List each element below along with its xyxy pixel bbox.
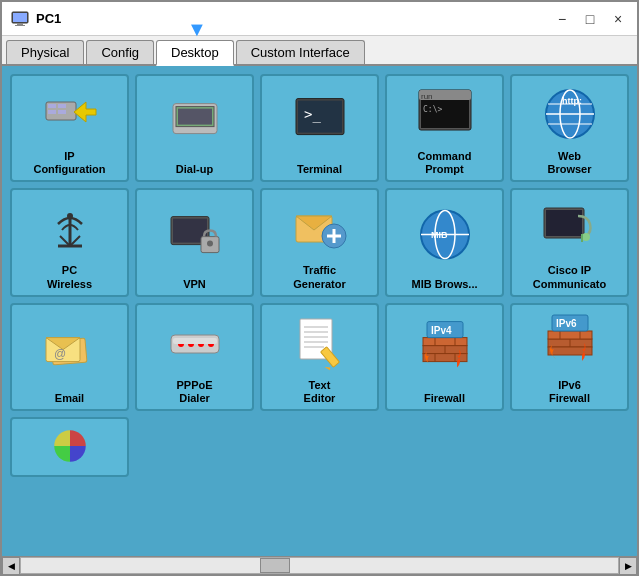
svg-rect-78 [548, 331, 592, 339]
traffic-generator-label: TrafficGenerator [293, 264, 346, 290]
svg-rect-5 [48, 104, 56, 108]
firewall-label: Firewall [424, 392, 465, 405]
icon-traffic-generator[interactable]: TrafficGenerator [260, 188, 379, 296]
titlebar-controls: − □ × [551, 8, 629, 30]
svg-text:IPv6: IPv6 [556, 318, 577, 329]
horizontal-scrollbar[interactable]: ◀ ▶ [2, 556, 637, 574]
ipv6-firewall-label: IPv6Firewall [549, 379, 590, 405]
svg-marker-66 [324, 364, 331, 371]
icon-cisco-ip-comm[interactable]: Cisco IPCommunicato [510, 188, 629, 296]
web-browser-icon: http: [538, 82, 602, 146]
tab-custom-interface[interactable]: Custom Interface [236, 40, 365, 64]
svg-point-47 [582, 233, 590, 241]
icon-text-editor[interactable]: TextEditor [260, 303, 379, 411]
svg-text:IPv4: IPv4 [431, 324, 452, 335]
ip-config-label: IPConfiguration [33, 150, 105, 176]
dialup-label: Dial-up [176, 163, 213, 176]
pppoe-dialer-icon [163, 311, 227, 375]
titlebar-left: PC1 [10, 9, 61, 29]
maximize-button[interactable]: □ [579, 8, 601, 30]
ip-config-icon [38, 82, 102, 146]
svg-rect-46 [546, 210, 582, 236]
mib-browser-icon: MIB [413, 196, 477, 273]
scroll-right-button[interactable]: ▶ [619, 557, 637, 575]
email-label: Email [55, 392, 84, 405]
mib-browser-label: MIB Brows... [411, 278, 477, 291]
tab-physical[interactable]: Physical [6, 40, 84, 64]
svg-rect-3 [15, 25, 25, 26]
vpn-icon [163, 196, 227, 273]
firewall-icon: IPv4 [413, 311, 477, 388]
cisco-ip-comm-label: Cisco IPCommunicato [533, 264, 606, 290]
svg-point-35 [207, 241, 213, 247]
icon-ip-configuration[interactable]: IPConfiguration [10, 74, 129, 182]
scroll-left-button[interactable]: ◀ [2, 557, 20, 575]
tab-area-wrapper: ▼ Physical Config Desktop Custom Interfa… [2, 36, 637, 66]
titlebar: PC1 − □ × [2, 2, 637, 36]
pppoe-dialer-label: PPPoEDialer [176, 379, 212, 405]
command-prompt-label: CommandPrompt [418, 150, 472, 176]
traffic-generator-icon [288, 196, 352, 260]
svg-rect-6 [48, 110, 56, 114]
terminal-icon: >_ [288, 82, 352, 159]
svg-rect-8 [58, 110, 66, 114]
svg-rect-58 [173, 338, 217, 344]
tab-desktop[interactable]: Desktop [156, 40, 234, 66]
cisco-ip-comm-icon [538, 196, 602, 260]
icon-terminal[interactable]: >_ Terminal [260, 74, 379, 182]
icon-mib-browser[interactable]: MIB MIB Brows... [385, 188, 504, 296]
close-button[interactable]: × [607, 8, 629, 30]
pc-wireless-icon [38, 196, 102, 260]
icon-grid: IPConfiguration Dial-up [10, 74, 629, 477]
pc-icon [10, 9, 30, 29]
minimize-button[interactable]: − [551, 8, 573, 30]
svg-rect-7 [58, 104, 66, 108]
terminal-label: Terminal [297, 163, 342, 176]
svg-text:MIB: MIB [431, 230, 448, 240]
vpn-label: VPN [183, 278, 206, 291]
svg-text:>_: >_ [304, 106, 321, 123]
icon-pppoe-dialer[interactable]: PPPoEDialer [135, 303, 254, 411]
icon-email[interactable]: @ Email [10, 303, 129, 411]
tab-config[interactable]: Config [86, 40, 154, 64]
icon-command-prompt[interactable]: run C:\> CommandPrompt [385, 74, 504, 182]
svg-text:@: @ [54, 346, 66, 360]
icon-web-browser[interactable]: http: WebBrowser [510, 74, 629, 182]
icon-partial[interactable] [10, 417, 129, 477]
partial-icon [38, 425, 102, 467]
svg-text:C:\>: C:\> [423, 105, 442, 114]
svg-marker-9 [74, 102, 96, 122]
svg-rect-68 [423, 337, 467, 345]
svg-rect-2 [17, 23, 23, 25]
scroll-track[interactable] [20, 557, 619, 574]
scroll-thumb[interactable] [260, 558, 290, 573]
svg-text:http:: http: [562, 96, 582, 106]
icon-firewall[interactable]: IPv4 Firewall [385, 303, 504, 411]
icon-pc-wireless[interactable]: PCWireless [10, 188, 129, 296]
web-browser-label: WebBrowser [547, 150, 591, 176]
icon-ipv6-firewall[interactable]: IPv6 IPv6Firewall [510, 303, 629, 411]
window-title: PC1 [36, 11, 61, 26]
svg-rect-1 [13, 13, 27, 22]
svg-rect-12 [178, 109, 212, 125]
pc-wireless-label: PCWireless [47, 264, 92, 290]
tab-bar: Physical Config Desktop Custom Interface [2, 36, 637, 66]
icon-scroll-area[interactable]: IPConfiguration Dial-up [2, 66, 637, 556]
dialup-icon [163, 82, 227, 159]
desktop-content: IPConfiguration Dial-up [2, 66, 637, 574]
arrow-indicator: ▼ [187, 18, 207, 41]
svg-text:run: run [421, 92, 433, 101]
main-window: PC1 − □ × ▼ Physical Config Desktop Cust… [0, 0, 639, 576]
email-icon: @ [38, 311, 102, 388]
icon-dialup[interactable]: Dial-up [135, 74, 254, 182]
text-editor-icon [288, 311, 352, 375]
icon-vpn[interactable]: VPN [135, 188, 254, 296]
ipv6-firewall-icon: IPv6 [538, 311, 602, 375]
svg-point-31 [67, 213, 73, 219]
command-prompt-icon: run C:\> [413, 82, 477, 146]
text-editor-label: TextEditor [304, 379, 336, 405]
